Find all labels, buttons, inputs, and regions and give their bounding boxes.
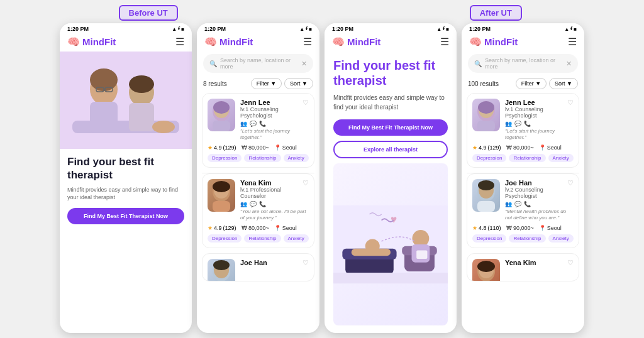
tag-relationship[interactable]: Relationship: [244, 154, 280, 162]
logo-icon-1: 🧠: [67, 36, 80, 48]
therapist-name-joe-after: Joe Han: [505, 179, 567, 187]
tag-anxiety[interactable]: Anxiety: [284, 154, 309, 162]
avatar-jenn-after: [472, 99, 500, 131]
therapist-card-yena-after[interactable]: Yena Kim ♡: [467, 253, 579, 281]
cta-outline-3[interactable]: Explore all therapist: [333, 141, 448, 158]
app-name-1: MindFit: [82, 36, 116, 47]
search-bar-4[interactable]: 🔍 Search by name, location or more ✕: [468, 54, 578, 73]
heart-jenn-before[interactable]: ♡: [303, 99, 309, 107]
menu-icon-1[interactable]: ☰: [175, 36, 184, 48]
logo-2: 🧠 MindFit: [204, 36, 253, 48]
search-input-4[interactable]: Search by name, location or more: [485, 57, 563, 70]
avatar-jenn: [208, 99, 235, 131]
after-hero-content: Find your best fit therapist Mindfit pro…: [325, 52, 457, 333]
therapist-card-joe-after[interactable]: Joe Han lv.2 Counseling Psychologist ♡ 👥…: [467, 173, 579, 248]
tag-dep-ja[interactable]: Depression: [472, 154, 506, 162]
card-quote-joe-after: "Mental health problems do not define wh…: [505, 209, 574, 222]
card-meta-jenn-after: ★ 4.9 (129) ₩ 80,000~ 📍 Seoul: [472, 144, 574, 151]
time-3: 1:20 PM: [332, 26, 353, 32]
therapist-card-jenn-before[interactable]: Jenn Lee lv.1 Counseling Psychologist ♡ …: [202, 93, 314, 168]
status-bar-3: 1:20 PM ▲ᵮ■: [325, 23, 457, 33]
chat-icon-joe: 💬: [514, 201, 521, 207]
search-input-2[interactable]: Search by name, location or more: [220, 57, 298, 70]
therapist-card-jenn-after[interactable]: Jenn Lee lv.1 Counseling Psychologist ♡ …: [467, 93, 579, 168]
card-icons-yena-before: 👥 💬 📞: [240, 201, 309, 207]
svg-rect-28: [352, 249, 391, 256]
heart-joe-after[interactable]: ♡: [567, 179, 574, 187]
tag-dep-joe[interactable]: Depression: [472, 234, 506, 243]
cta-primary-3[interactable]: Find My Best Fit Therapist Now: [333, 119, 448, 136]
avatar-joe-partial: [208, 259, 235, 281]
card-info-jenn-after: Jenn Lee lv.1 Counseling Psychologist ♡ …: [505, 99, 574, 141]
results-count-4: 100 results: [468, 80, 499, 87]
filter-button-4[interactable]: Filter ▼: [516, 78, 547, 89]
svg-point-7: [129, 75, 154, 93]
svg-rect-15: [213, 121, 230, 131]
location-jenn-after: 📍 Seoul: [539, 144, 562, 151]
avatar-yena: [208, 179, 235, 212]
tag-dep-y[interactable]: Depression: [208, 234, 242, 243]
location-jenn-before: 📍 Seoul: [274, 144, 297, 151]
therapist-title-jenn-after: lv.1 Counseling Psychologist: [505, 106, 567, 119]
svg-rect-43: [477, 201, 495, 212]
svg-rect-39: [477, 121, 495, 131]
search-clear-2[interactable]: ✕: [301, 60, 307, 68]
hero-subtitle-1: Mindfit provides easy and simple way to …: [67, 186, 184, 202]
search-bar-2[interactable]: 🔍 Search by name, location or more ✕: [203, 54, 313, 73]
logo-icon-3: 🧠: [332, 36, 345, 48]
svg-rect-3: [90, 102, 118, 133]
search-clear-4[interactable]: ✕: [566, 60, 572, 68]
card-top-joe-after: Joe Han lv.2 Counseling Psychologist ♡ 👥…: [472, 179, 574, 222]
tag-anx-joe[interactable]: Anxiety: [548, 234, 574, 243]
tag-anx-ja[interactable]: Anxiety: [548, 154, 574, 162]
cta-button-1[interactable]: Find My Best Fit Therapist Now: [67, 208, 184, 224]
before-label: Before UT: [119, 5, 178, 21]
screen-before-list: 1:20 PM ▲ᵮ■ 🧠 MindFit ☰ 🔍 Search by name…: [197, 23, 319, 333]
heart-yena-after[interactable]: ♡: [567, 259, 574, 267]
menu-icon-4[interactable]: ☰: [568, 36, 577, 48]
svg-point-14: [213, 101, 230, 114]
therapist-name-yena-after: Yena Kim: [505, 259, 536, 266]
avatar-joe-after: [472, 179, 500, 212]
search-icon-4: 🔍: [474, 60, 482, 67]
results-row-2: 8 results Filter ▼ Sort ▼: [197, 77, 319, 93]
screen-after-list: 1:20 PM ▲ᵮ■ 🧠 MindFit ☰ 🔍 Search by name…: [462, 23, 584, 333]
card-quote-jenn-before: "Let's start the journey together.": [240, 128, 309, 141]
filter-button-2[interactable]: Filter ▼: [251, 78, 282, 89]
rating-jenn-after: ★ 4.9 (129): [472, 144, 501, 151]
price-jenn-after: ₩ 80,000~: [506, 144, 534, 151]
sort-button-4[interactable]: Sort ▼: [549, 78, 578, 89]
avatar-yena-after: [472, 259, 500, 281]
tag-rel-ja[interactable]: Relationship: [509, 154, 545, 162]
therapist-card-joe-partial[interactable]: Joe Han ♡: [202, 253, 314, 281]
app-name-2: MindFit: [219, 36, 253, 47]
heart-joe-partial[interactable]: ♡: [303, 259, 309, 267]
card-info-yena-after: Yena Kim ♡: [505, 259, 574, 267]
status-icons-4: ▲ᵮ■: [564, 26, 577, 32]
location-joe-after: 📍 Seoul: [539, 225, 562, 231]
sort-button-2[interactable]: Sort ▼: [284, 78, 313, 89]
tag-rel-joe[interactable]: Relationship: [509, 234, 545, 243]
card-info-joe-partial: Joe Han ♡: [240, 259, 309, 267]
logo-icon-2: 🧠: [204, 36, 217, 48]
therapist-card-yena-before[interactable]: Yena Kim lv.1 Professional Counselor ♡ 👥…: [202, 173, 314, 248]
hero-image-1: [60, 52, 192, 149]
location-yena-before: 📍 Seoul: [274, 225, 297, 231]
svg-rect-35: [333, 273, 448, 283]
menu-icon-3[interactable]: ☰: [440, 36, 449, 48]
phone-icon: 📞: [259, 121, 266, 127]
time-2: 1:20 PM: [204, 26, 226, 32]
card-meta-joe-after: ★ 4.8 (110) ₩ 90,000~ 📍 Seoul: [472, 225, 574, 231]
status-icons-1: ▲ᵮ■: [172, 26, 184, 32]
tag-anx-y[interactable]: Anxiety: [284, 234, 309, 243]
heart-yena-before[interactable]: ♡: [303, 179, 309, 187]
menu-icon-2[interactable]: ☰: [303, 36, 312, 48]
tag-rel-y[interactable]: Relationship: [244, 234, 280, 243]
tag-depression[interactable]: Depression: [208, 154, 242, 162]
heart-jenn-after[interactable]: ♡: [567, 99, 574, 107]
hero-content-1: Find your best fit therapist Mindfit pro…: [60, 149, 192, 333]
card-quote-jenn-after: "Let's start the journey together.": [505, 128, 574, 141]
hero-people: [60, 52, 192, 149]
card-top-joe-partial: Joe Han ♡: [208, 259, 309, 281]
rating-yena-before: ★ 4.9 (129): [208, 225, 236, 231]
